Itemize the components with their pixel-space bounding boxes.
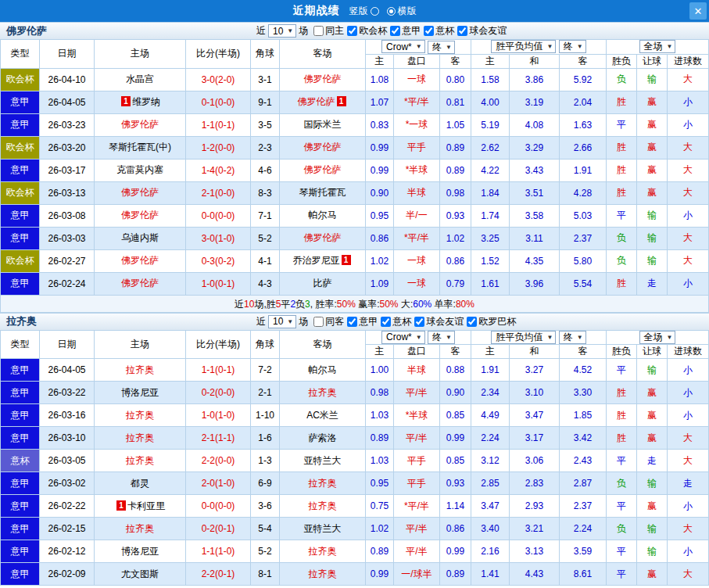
goals-result-cell: 大 — [668, 450, 709, 472]
home-team-link[interactable]: 博洛尼亚 — [121, 546, 159, 557]
away-team-link[interactable]: 比萨 — [313, 278, 332, 289]
away-team-link[interactable]: 拉齐奥 — [309, 387, 337, 398]
col-header-handicap: 让球 — [637, 54, 668, 68]
away-team-link[interactable]: 拉齐奥 — [309, 500, 337, 511]
avg-away-cell: 5.03 — [560, 204, 607, 227]
match-row: 意甲 26-03-23 佛罗伦萨 1-1(0-1) 3-5 国际米兰 0.83 … — [1, 113, 709, 136]
filter-同主[interactable]: 同主 — [313, 24, 344, 38]
avg-home-cell: 1.74 — [471, 204, 510, 227]
away-team-link[interactable]: 佛罗伦萨 — [304, 164, 342, 175]
filter-checkbox[interactable] — [457, 26, 467, 36]
filter-checkbox[interactable] — [414, 317, 424, 327]
filter-list: 同主欧会杯意甲意杯球会友谊 — [310, 24, 507, 38]
filter-checkbox[interactable] — [381, 317, 391, 327]
close-button[interactable]: ✕ — [689, 2, 707, 20]
away-team-link[interactable]: 拉齐奥 — [309, 568, 337, 579]
home-team-link[interactable]: 拉齐奥 — [126, 455, 154, 466]
home-team-link[interactable]: 维罗纳 — [132, 96, 160, 107]
filter-checkbox[interactable] — [313, 26, 324, 36]
odds-stage-select[interactable]: 终▼ — [428, 331, 455, 344]
score-cell: 0-0(0-0) — [186, 495, 251, 518]
filter-意甲[interactable]: 意甲 — [390, 24, 421, 38]
home-team-link[interactable]: 都灵 — [131, 478, 149, 489]
avg-home-cell: 3.25 — [471, 227, 510, 249]
recent-results-panel: 近期战绩 竖版横版 ✕ 佛罗伦萨 近 10▼ 场 同主欧会杯意甲意杯球会友谊 — [0, 0, 709, 586]
home-team-link[interactable]: 佛罗伦萨 — [121, 278, 159, 289]
home-team-link[interactable]: 乌迪内斯 — [121, 232, 159, 243]
bookmaker-select[interactable]: Crow*▼ — [381, 331, 425, 344]
filter-球会友谊[interactable]: 球会友谊 — [414, 315, 464, 328]
home-team-link[interactable]: 佛罗伦萨 — [121, 187, 159, 198]
filter-欧会杯[interactable]: 欧会杯 — [347, 24, 387, 38]
away-team-link[interactable]: 拉齐奥 — [309, 546, 337, 557]
radio-icon — [371, 7, 379, 16]
away-team-link[interactable]: 佛罗伦萨 — [298, 96, 335, 107]
home-team-link[interactable]: 琴斯托霍瓦(中) — [109, 142, 171, 152]
result-cell: 负 — [607, 249, 637, 272]
filter-欧罗巴杯[interactable]: 欧罗巴杯 — [467, 315, 516, 328]
handicap-line-cell: 半球 — [394, 181, 440, 204]
home-team-link[interactable]: 拉齐奥 — [126, 364, 154, 375]
bookmaker-select[interactable]: Crow*▼ — [381, 40, 425, 53]
match-row: 欧会杯 26-03-20 琴斯托霍瓦(中) 1-2(0-0) 2-3 佛罗伦萨 … — [1, 136, 709, 159]
filter-意杯[interactable]: 意杯 — [424, 24, 454, 38]
filter-checkbox[interactable] — [347, 317, 357, 327]
layout-radio-horizontal[interactable]: 横版 — [387, 5, 417, 18]
home-team-link[interactable]: 拉齐奥 — [126, 523, 154, 534]
filter-意甲[interactable]: 意甲 — [347, 315, 378, 328]
filter-checkbox[interactable] — [347, 26, 357, 36]
home-team-link[interactable]: 卡利亚里 — [127, 500, 165, 511]
match-count-select[interactable]: 10▼ — [268, 315, 296, 328]
away-team-link[interactable]: 亚特兰大 — [304, 523, 342, 534]
match-date-cell: 26-03-03 — [40, 227, 95, 249]
away-team-link[interactable]: AC米兰 — [306, 410, 338, 421]
away-odds-cell: 0.86 — [440, 249, 471, 272]
filter-checkbox[interactable] — [467, 317, 477, 327]
handicap-line-cell: 平/半 — [394, 540, 440, 563]
filter-同客[interactable]: 同客 — [313, 315, 344, 328]
scope-select[interactable]: 全场▼ — [639, 331, 676, 344]
avg-odds-select[interactable]: 胜平负均值▼ — [491, 40, 556, 53]
away-team-link[interactable]: 国际米兰 — [304, 119, 342, 130]
home-team-link[interactable]: 克雷莫内塞 — [116, 164, 163, 175]
home-team-link[interactable]: 水晶宫 — [126, 74, 154, 84]
away-team-link[interactable]: 佛罗伦萨 — [304, 142, 342, 152]
scope-select[interactable]: 全场▼ — [639, 40, 676, 53]
home-team-link[interactable]: 拉齐奥 — [126, 432, 154, 443]
away-team-link[interactable]: 亚特兰大 — [304, 455, 342, 466]
match-count-select[interactable]: 10▼ — [268, 24, 296, 38]
home-team-link[interactable]: 拉齐奥 — [126, 410, 154, 421]
handicap-result-cell: 赢 — [637, 91, 668, 113]
away-team-cell: 佛罗伦萨 — [280, 68, 366, 91]
away-team-link[interactable]: 琴斯托霍瓦 — [299, 187, 346, 198]
home-team-link[interactable]: 佛罗伦萨 — [121, 119, 159, 130]
filter-checkbox[interactable] — [424, 26, 434, 36]
home-team-link[interactable]: 博洛尼亚 — [121, 387, 159, 398]
away-team-link[interactable]: 佛罗伦萨 — [304, 74, 342, 84]
home-team-link[interactable]: 尤文图斯 — [121, 568, 159, 579]
filter-checkbox[interactable] — [313, 317, 324, 327]
home-team-link[interactable]: 佛罗伦萨 — [121, 255, 159, 266]
filter-意杯[interactable]: 意杯 — [381, 315, 411, 328]
filter-球会友谊[interactable]: 球会友谊 — [457, 24, 507, 38]
result-cell: 平 — [607, 540, 637, 563]
chevron-down-icon: ▼ — [546, 43, 553, 50]
avg-odds-select[interactable]: 胜平负均值▼ — [491, 331, 556, 344]
away-team-link[interactable]: 乔治罗尼亚 — [293, 255, 340, 266]
filter-checkbox[interactable] — [390, 26, 400, 36]
away-team-link[interactable]: 拉齐奥 — [309, 478, 337, 489]
away-team-link[interactable]: 帕尔马 — [309, 210, 337, 220]
score-cell: 1-2(0-0) — [186, 136, 251, 159]
away-team-link[interactable]: 佛罗伦萨 — [304, 232, 342, 243]
col-header-corner: 角球 — [251, 40, 280, 69]
filter-label: 意甲 — [402, 24, 421, 38]
filter-controls: 近 10▼ 场 同客意甲意杯球会友谊欧罗巴杯 — [256, 314, 516, 330]
away-team-link[interactable]: 萨索洛 — [309, 432, 337, 443]
avg-stage-select[interactable]: 终▼ — [559, 40, 586, 53]
away-team-link[interactable]: 帕尔马 — [309, 364, 337, 375]
odds-stage-select[interactable]: 终▼ — [428, 41, 455, 54]
col-header-type: 类型 — [1, 330, 40, 359]
avg-stage-select[interactable]: 终▼ — [559, 331, 586, 344]
layout-radio-vertical[interactable]: 竖版 — [349, 5, 379, 18]
home-team-link[interactable]: 佛罗伦萨 — [121, 210, 159, 220]
